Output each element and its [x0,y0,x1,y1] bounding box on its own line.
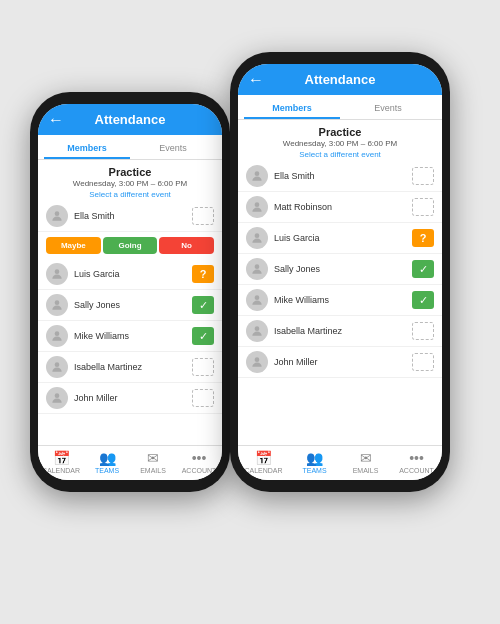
nav-emails-label: EMAILS [140,467,166,474]
no-button[interactable]: No [159,237,214,254]
phone2-event-time: Wednesday, 3:00 PM – 6:00 PM [246,139,434,148]
phone-2-screen: ← Attendance Members Events Practice Wed… [238,64,442,480]
avatar [46,294,68,316]
member-name: Ella Smith [74,211,192,221]
status-badge[interactable]: ✓ [412,291,434,309]
avatar [46,325,68,347]
account-icon: ••• [409,450,424,466]
table-row: Sally Jones ✓ [38,290,222,321]
status-badge[interactable] [412,322,434,340]
status-badge[interactable] [412,353,434,371]
teams-icon: 👥 [306,450,323,466]
calendar-icon: 📅 [255,450,272,466]
phone1-event-info: Practice Wednesday, 3:00 PM – 6:00 PM Se… [38,160,222,201]
phone2-bottom-nav: 📅 CALENDAR 👥 TEAMS ✉ EMAILS ••• ACCOUNT [238,445,442,480]
avatar [246,320,268,342]
emails-icon: ✉ [360,450,372,466]
nav-calendar[interactable]: 📅 CALENDAR [38,450,84,474]
nav-emails[interactable]: ✉ EMAILS [130,450,176,474]
member-name: Matt Robinson [274,202,412,212]
status-badge[interactable] [192,207,214,225]
table-row: John Miller [38,383,222,414]
table-row: Mike Williams ✓ [238,285,442,316]
svg-point-3 [55,331,60,336]
nav-emails-label: EMAILS [353,467,379,474]
svg-point-11 [255,326,260,331]
phone-1-screen: ← Attendance Members Events Practice Wed… [38,104,222,480]
phone1-tab-events[interactable]: Events [130,139,216,159]
nav-calendar[interactable]: 📅 CALENDAR [238,450,289,474]
emails-icon: ✉ [147,450,159,466]
nav-account[interactable]: ••• ACCOUNT [391,450,442,474]
phone1-bottom-nav: 📅 CALENDAR 👥 TEAMS ✉ EMAILS ••• ACCOUNT [38,445,222,480]
member-name: Sally Jones [274,264,412,274]
member-name: John Miller [74,393,192,403]
member-name: Ella Smith [274,171,412,181]
svg-point-1 [55,269,60,274]
nav-account-label: ACCOUNT [399,467,434,474]
teams-icon: 👥 [99,450,116,466]
status-badge[interactable]: ? [412,229,434,247]
nav-teams[interactable]: 👥 TEAMS [84,450,130,474]
phone1-event-link[interactable]: Select a different event [46,190,214,199]
phone1-back-button[interactable]: ← [48,111,64,129]
table-row: Mike Williams ✓ [38,321,222,352]
avatar [46,356,68,378]
status-badge[interactable] [412,198,434,216]
svg-point-2 [55,300,60,305]
member-name: John Miller [274,357,412,367]
member-name: Mike Williams [74,331,192,341]
status-badge[interactable]: ✓ [192,327,214,345]
phone2-tabs: Members Events [238,95,442,120]
status-badge[interactable] [412,167,434,185]
maybe-button[interactable]: Maybe [46,237,101,254]
svg-point-7 [255,202,260,207]
phone2-back-button[interactable]: ← [248,71,264,89]
phone2-event-title: Practice [246,126,434,138]
member-name: Luis Garcia [274,233,412,243]
nav-calendar-label: CALENDAR [42,467,80,474]
nav-calendar-label: CALENDAR [244,467,282,474]
svg-point-8 [255,233,260,238]
table-row: Ella Smith [238,161,442,192]
phone-1: ← Attendance Members Events Practice Wed… [30,92,230,492]
phone2-event-info: Practice Wednesday, 3:00 PM – 6:00 PM Se… [238,120,442,161]
svg-point-0 [55,211,60,216]
phone2-member-list: Ella Smith Matt Robinson [238,161,442,445]
nav-emails[interactable]: ✉ EMAILS [340,450,391,474]
nav-account-label: ACCOUNT [182,467,217,474]
svg-point-9 [255,264,260,269]
going-button[interactable]: Going [103,237,158,254]
nav-teams[interactable]: 👥 TEAMS [289,450,340,474]
nav-teams-label: TEAMS [302,467,326,474]
phone1-tab-members[interactable]: Members [44,139,130,159]
avatar [46,263,68,285]
member-name: Sally Jones [74,300,192,310]
phone2-tab-events[interactable]: Events [340,99,436,119]
status-badge[interactable]: ✓ [412,260,434,278]
table-row: Luis Garcia ? [238,223,442,254]
status-badge[interactable]: ✓ [192,296,214,314]
avatar [246,165,268,187]
phone1-member-list: Ella Smith Maybe Going No Luis [38,201,222,445]
table-row: Ella Smith [38,201,222,232]
avatar [246,196,268,218]
avatar [46,387,68,409]
status-badge[interactable]: ? [192,265,214,283]
phone2-event-link[interactable]: Select a different event [246,150,434,159]
svg-point-10 [255,295,260,300]
phone2-title: Attendance [305,72,376,87]
phone2-tab-members[interactable]: Members [244,99,340,119]
phone-2: ← Attendance Members Events Practice Wed… [230,52,450,492]
avatar [246,258,268,280]
attendance-buttons: Maybe Going No [46,234,214,257]
avatar [246,351,268,373]
status-badge[interactable] [192,389,214,407]
phone1-event-time: Wednesday, 3:00 PM – 6:00 PM [46,179,214,188]
account-icon: ••• [192,450,207,466]
nav-account[interactable]: ••• ACCOUNT [176,450,222,474]
status-badge[interactable] [192,358,214,376]
svg-point-12 [255,357,260,362]
avatar [46,205,68,227]
avatar [246,227,268,249]
